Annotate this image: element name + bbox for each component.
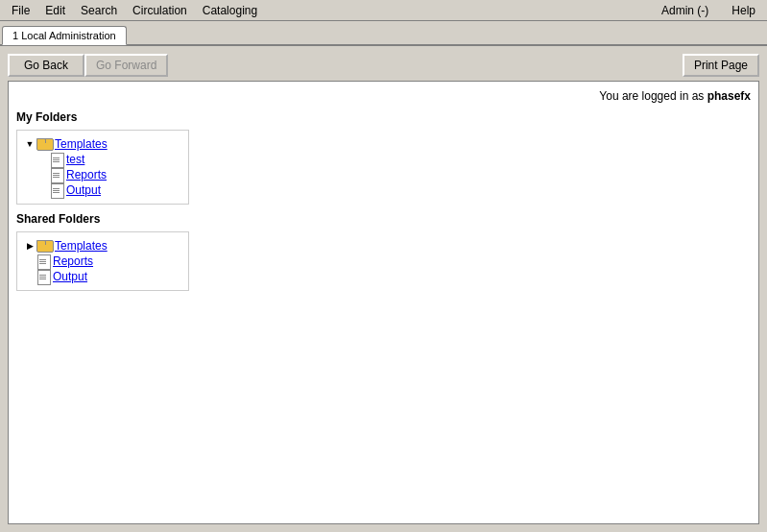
shared-templates-expand-arrow[interactable]: ▶ [25,241,35,251]
menubar: File Edit Search Circulation Cataloging … [0,0,767,21]
my-templates-folder-icon [36,138,52,151]
my-test-doc-icon [50,153,63,166]
my-reports-row: Reports [25,167,180,182]
tabbar: 1 Local Administration [0,21,767,46]
my-templates-link[interactable]: Templates [55,137,108,151]
menu-file[interactable]: File [4,2,37,19]
username: phasefx [707,89,751,103]
shared-templates-link[interactable]: Templates [55,239,108,253]
my-folders-title: My Folders [16,110,751,124]
shared-templates-row: ▶ Templates [25,238,180,254]
my-test-link[interactable]: test [66,153,84,166]
my-reports-doc-icon [50,168,63,181]
shared-reports-doc-icon [36,254,50,268]
my-reports-link[interactable]: Reports [66,168,107,181]
my-test-spacer [38,155,48,164]
my-templates-row: ▼ Templates [25,136,180,152]
shared-output-doc-icon [36,270,50,283]
user-info: You are logged in as phasefx [16,89,751,103]
main-area: Go Back Go Forward Print Page You are lo… [0,46,767,532]
menu-cataloging[interactable]: Cataloging [195,2,265,19]
shared-folders-box: ▶ Templates Reports Output [16,231,189,291]
shared-folders-title: Shared Folders [16,212,751,226]
my-reports-spacer [38,170,48,180]
my-test-row: test [25,152,180,167]
shared-output-spacer [25,272,35,281]
toolbar-row: Go Back Go Forward Print Page [8,54,759,77]
my-templates-collapse-arrow[interactable]: ▼ [25,139,35,149]
my-output-doc-icon [50,183,63,197]
shared-reports-link[interactable]: Reports [53,254,93,268]
my-output-spacer [38,185,48,195]
shared-output-link[interactable]: Output [53,270,87,283]
menu-admin[interactable]: Admin (-) [654,2,716,19]
tab-local-administration[interactable]: 1 Local Administration [2,26,127,45]
shared-reports-spacer [25,256,35,266]
menu-edit[interactable]: Edit [37,2,73,19]
go-back-button[interactable]: Go Back [8,54,84,77]
my-folders-section: My Folders ▼ Templates test [16,110,751,205]
go-forward-button[interactable]: Go Forward [84,54,168,77]
shared-folders-section: Shared Folders ▶ Templates Reports [16,212,751,291]
my-output-link[interactable]: Output [66,183,101,197]
my-folders-box: ▼ Templates test Reports [16,130,189,205]
content-area: You are logged in as phasefx My Folders … [8,81,759,524]
shared-reports-row: Reports [25,254,180,269]
shared-templates-folder-icon [36,240,52,253]
my-output-row: Output [25,182,180,198]
menu-search[interactable]: Search [73,2,125,19]
menu-help[interactable]: Help [724,2,763,19]
print-page-button[interactable]: Print Page [683,54,759,77]
menu-circulation[interactable]: Circulation [125,2,195,19]
shared-output-row: Output [25,269,180,284]
logged-in-prefix: You are logged in as [599,89,707,103]
